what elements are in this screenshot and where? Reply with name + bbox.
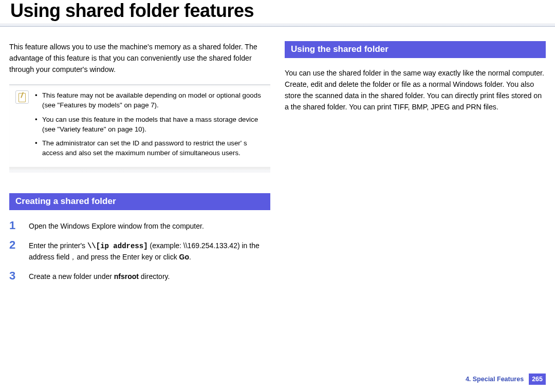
note-item: This feature may not be available depend… (35, 90, 264, 110)
section-heading-creating: Creating a shared folder (9, 193, 270, 210)
footer-page-number: 265 (529, 374, 546, 385)
note-list: This feature may not be available depend… (35, 90, 264, 162)
title-bar: Using shared folder features (0, 0, 555, 22)
intro-paragraph: This feature allows you to use the machi… (9, 41, 270, 75)
note-item: You can use this feature in the models t… (35, 115, 264, 135)
step-number: 3 (9, 270, 21, 282)
right-paragraph: You can use the shared folder in the sam… (285, 67, 546, 113)
note-icon (15, 90, 29, 104)
section-heading-using: Using the shared folder (285, 41, 546, 58)
step-text: Enter the printer's \\[ip address] (exam… (29, 239, 270, 263)
step-text: Create a new folder under nfsroot direct… (29, 270, 170, 282)
step-row: 2 Enter the printer's \\[ip address] (ex… (9, 239, 270, 263)
page-footer: 4. Special Features 265 (466, 374, 546, 385)
step-number: 1 (9, 219, 21, 232)
step-text: Open the Windows Explore window from the… (29, 219, 204, 232)
note-item: The administrator can set the ID and pas… (35, 138, 264, 158)
note-box: This feature may not be available depend… (9, 84, 270, 173)
steps-list: 1 Open the Windows Explore window from t… (9, 219, 270, 282)
step-row: 1 Open the Windows Explore window from t… (9, 219, 270, 232)
document-page: Using shared folder features This featur… (0, 0, 555, 392)
content-columns: This feature allows you to use the machi… (0, 27, 555, 289)
right-column: Using the shared folder You can use the … (285, 41, 546, 289)
footer-chapter: 4. Special Features (466, 376, 524, 383)
left-column: This feature allows you to use the machi… (9, 41, 270, 289)
page-title: Using shared folder features (10, 0, 555, 22)
step-row: 3 Create a new folder under nfsroot dire… (9, 270, 270, 282)
step-number: 2 (9, 239, 21, 251)
